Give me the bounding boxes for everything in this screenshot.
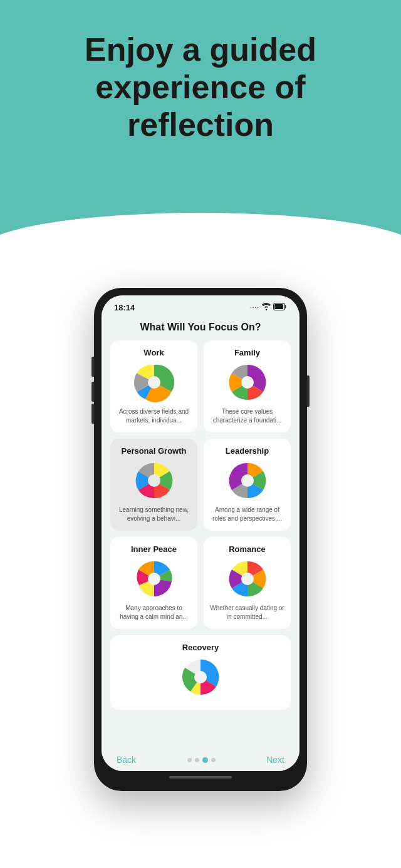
card-work-desc: Across diverse fields and markets, indiv… <box>117 407 191 425</box>
card-inner-peace-title: Inner Peace <box>131 544 177 554</box>
status-time: 18:14 <box>114 303 135 312</box>
svg-point-15 <box>194 671 207 683</box>
hero-title: Enjoy a guided experience of reflection <box>0 31 401 143</box>
home-indicator <box>102 771 299 784</box>
card-personal-growth-desc: Learning something new, evolving a behav… <box>117 506 191 523</box>
next-button[interactable]: Next <box>266 755 284 765</box>
card-personal-growth-title: Personal Growth <box>121 446 186 456</box>
card-romance-title: Romance <box>229 544 266 554</box>
battery-icon <box>273 302 287 313</box>
card-recovery[interactable]: Recovery <box>110 635 291 710</box>
card-personal-growth[interactable]: Personal Growth Learning something new, … <box>110 439 197 531</box>
card-recovery-title: Recovery <box>182 643 219 652</box>
svg-rect-1 <box>274 304 283 309</box>
work-chart <box>134 362 174 402</box>
back-button[interactable]: Back <box>117 755 136 765</box>
dot-1 <box>187 758 192 762</box>
svg-point-5 <box>241 376 254 389</box>
cards-grid: Work Across diverse fields and markets, … <box>110 340 291 629</box>
card-romance-desc: Whether casually dating or in committed.… <box>210 604 284 621</box>
wifi-icon <box>262 302 271 313</box>
personal-growth-chart <box>134 461 174 501</box>
bottom-nav: Back Next <box>102 750 299 771</box>
card-inner-peace-desc: Many approaches to having a calm mind an… <box>117 604 191 621</box>
card-work-title: Work <box>143 348 164 357</box>
dot-3-active <box>202 757 208 763</box>
card-leadership-desc: Among a wide range of roles and perspect… <box>210 506 284 523</box>
card-leadership[interactable]: Leadership Among a wide range of roles a… <box>204 439 291 531</box>
card-romance[interactable]: Romance Whether casually dating or in co… <box>204 537 291 629</box>
svg-point-7 <box>148 474 160 487</box>
screen-title: What Will You Focus On? <box>110 322 291 333</box>
card-family-desc: These core values characterize a foundat… <box>210 407 284 425</box>
svg-point-13 <box>241 573 254 585</box>
home-bar <box>169 776 232 779</box>
card-leadership-title: Leadership <box>226 446 269 456</box>
svg-point-9 <box>241 474 254 487</box>
inner-peace-chart <box>134 559 174 599</box>
recovery-chart <box>180 657 221 697</box>
card-work[interactable]: Work Across diverse fields and markets, … <box>110 340 197 432</box>
svg-point-3 <box>148 376 160 389</box>
status-bar: 18:14 ···· <box>102 295 299 315</box>
hero-section: Enjoy a guided experience of reflection <box>0 0 401 250</box>
phone-wrapper: 18:14 ···· What Will You Focus On? <box>0 288 401 816</box>
screen-content[interactable]: What Will You Focus On? Work <box>102 315 299 750</box>
phone-screen: 18:14 ···· What Will You Focus On? <box>102 295 299 771</box>
card-family-title: Family <box>234 348 260 357</box>
dot-2 <box>195 758 199 762</box>
leadership-chart <box>227 461 268 501</box>
dot-4 <box>211 758 216 762</box>
romance-chart <box>227 559 268 599</box>
status-icons: ···· <box>250 302 287 313</box>
phone-frame: 18:14 ···· What Will You Focus On? <box>94 288 307 791</box>
svg-point-11 <box>148 573 160 585</box>
signal-dots-icon: ···· <box>250 304 259 311</box>
card-inner-peace[interactable]: Inner Peace Many approaches to having a … <box>110 537 197 629</box>
pagination-dots <box>187 757 216 763</box>
card-family[interactable]: Family These core values characterize a … <box>204 340 291 432</box>
family-chart <box>227 362 268 402</box>
